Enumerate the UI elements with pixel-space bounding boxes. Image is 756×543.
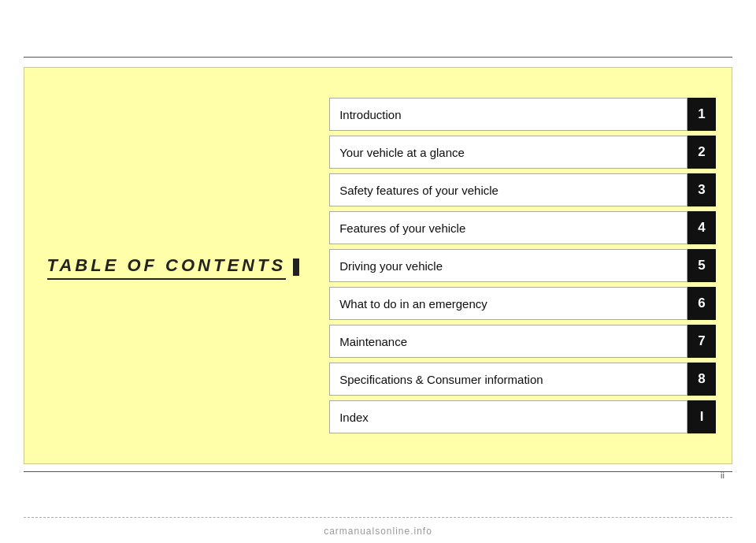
cursor-indicator	[293, 258, 299, 276]
toc-row[interactable]: What to do in an emergency6	[329, 287, 716, 320]
toc-list: Introduction1Your vehicle at a glance2Sa…	[321, 68, 732, 463]
toc-item-number: 6	[687, 287, 716, 320]
toc-item-number: 8	[687, 363, 716, 396]
toc-item-number: 1	[687, 98, 716, 131]
toc-row[interactable]: Specifications & Consumer information8	[329, 363, 716, 396]
toc-item-label: Safety features of your vehicle	[329, 173, 687, 206]
toc-item-label: Features of your vehicle	[329, 211, 687, 244]
toc-item-label: Maintenance	[329, 325, 687, 358]
toc-item-number: I	[687, 400, 716, 433]
toc-item-label: Specifications & Consumer information	[329, 363, 687, 396]
toc-item-label: Index	[329, 400, 687, 433]
toc-item-label: Introduction	[329, 98, 687, 131]
toc-item-number: 7	[687, 325, 716, 358]
toc-item-label: Your vehicle at a glance	[329, 136, 687, 169]
toc-item-number: 5	[687, 249, 716, 282]
toc-row[interactable]: Safety features of your vehicle3	[329, 173, 716, 206]
toc-row[interactable]: Introduction1	[329, 98, 716, 131]
main-content-box: TABLE OF CONTENTS Introduction1Your vehi…	[24, 67, 732, 464]
left-panel: TABLE OF CONTENTS	[24, 68, 321, 463]
toc-row[interactable]: Driving your vehicle5	[329, 249, 716, 282]
toc-item-number: 2	[687, 136, 716, 169]
toc-item-number: 4	[687, 211, 716, 244]
toc-item-label: Driving your vehicle	[329, 249, 687, 282]
table-of-contents-heading: TABLE OF CONTENTS	[47, 255, 299, 277]
watermark-text: carmanualsonline.info	[0, 526, 756, 537]
top-divider	[24, 57, 732, 58]
toc-row[interactable]: Your vehicle at a glance2	[329, 136, 716, 169]
toc-item-label: What to do in an emergency	[329, 287, 687, 320]
toc-row[interactable]: IndexI	[329, 400, 716, 433]
toc-row[interactable]: Features of your vehicle4	[329, 211, 716, 244]
toc-row[interactable]: Maintenance7	[329, 325, 716, 358]
page-number: ii	[721, 470, 724, 480]
toc-item-number: 3	[687, 173, 716, 206]
